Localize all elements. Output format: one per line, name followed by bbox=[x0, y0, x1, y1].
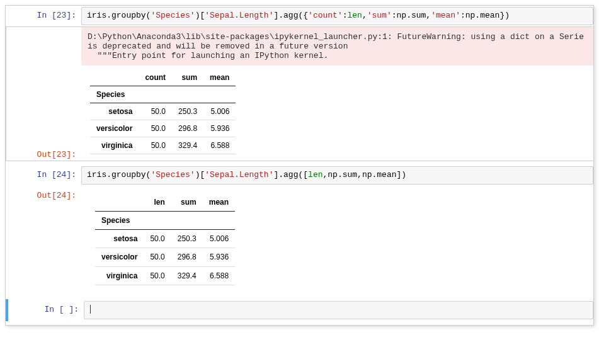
code-token: iris.groupby( bbox=[87, 170, 151, 179]
code-token: :np.mean}) bbox=[460, 11, 510, 20]
in-prompt-label: In [24]: bbox=[37, 170, 76, 179]
cell-value: 329.4 bbox=[172, 137, 203, 154]
col-header: sum bbox=[171, 193, 203, 212]
code-token: 'mean' bbox=[431, 11, 460, 20]
code-token: 'sum' bbox=[367, 11, 392, 20]
code-cell-empty-selected[interactable]: In [ ]: bbox=[6, 299, 593, 321]
cell-value: 50.0 bbox=[139, 103, 172, 120]
code-cell-24: In [24]: iris.groupby('Species')['Sepal.… bbox=[6, 165, 593, 186]
code-token: ,np.sum,np.mean]) bbox=[322, 170, 406, 179]
cell-value: 5.006 bbox=[203, 103, 236, 120]
cell-value: 6.588 bbox=[203, 266, 235, 285]
cell-value: 50.0 bbox=[144, 266, 171, 285]
row-index: versicolor bbox=[90, 120, 139, 137]
code-token: iris.groupby( bbox=[87, 11, 151, 20]
in-prompt-23: In [23]: bbox=[6, 7, 81, 25]
code-token: ].agg({ bbox=[273, 11, 308, 20]
out-prompt-23: Out[23]: bbox=[6, 26, 81, 161]
cursor-icon bbox=[90, 305, 91, 314]
code-token: 'Sepal.Length' bbox=[205, 170, 273, 179]
notebook-container: In [23]: iris.groupby('Species')['Sepal.… bbox=[5, 5, 594, 326]
col-header: mean bbox=[203, 69, 236, 86]
cell-value: 296.8 bbox=[171, 248, 203, 266]
cell-value: 50.0 bbox=[144, 248, 171, 266]
code-token: 'Species' bbox=[151, 170, 195, 179]
row-index: virginica bbox=[90, 137, 139, 154]
in-prompt-24: In [24]: bbox=[6, 166, 81, 185]
cell-value: 5.006 bbox=[203, 230, 235, 248]
output-block-23: Out[23]: D:\Python\Anaconda3\lib\site-pa… bbox=[6, 26, 593, 161]
col-header: count bbox=[139, 69, 172, 86]
row-index: setosa bbox=[95, 230, 144, 248]
out-prompt-label: Out[23]: bbox=[37, 150, 76, 159]
in-prompt-empty: In [ ]: bbox=[8, 301, 84, 319]
code-input-23[interactable]: iris.groupby('Species')['Sepal.Length'].… bbox=[81, 7, 593, 25]
code-token: len bbox=[348, 11, 362, 20]
code-token: 'Species' bbox=[151, 11, 195, 20]
in-prompt-label: In [23]: bbox=[37, 11, 76, 20]
col-header: mean bbox=[203, 193, 235, 212]
cell-value: 50.0 bbox=[144, 230, 171, 248]
code-cell-23: In [23]: iris.groupby('Species')['Sepal.… bbox=[6, 6, 593, 26]
table-row: versicolor 50.0 296.8 5.936 bbox=[90, 120, 236, 137]
code-token: 'Sepal.Length' bbox=[205, 11, 273, 20]
cell-value: 50.0 bbox=[139, 137, 172, 154]
out-prompt-24: Out[24]: bbox=[6, 187, 81, 294]
code-input-24[interactable]: iris.groupby('Species')['Sepal.Length'].… bbox=[81, 166, 593, 185]
out-prompt-label: Out[24]: bbox=[37, 191, 76, 200]
cell-value: 296.8 bbox=[172, 120, 203, 137]
code-token: , bbox=[362, 11, 367, 20]
in-prompt-label: In [ ]: bbox=[44, 305, 79, 314]
row-index: versicolor bbox=[95, 248, 144, 266]
index-name: Species bbox=[95, 211, 144, 229]
output-content-24: len sum mean Species setosa 50.0 250.3 5… bbox=[81, 187, 593, 294]
code-token: len bbox=[308, 170, 322, 179]
table-row: setosa 50.0 250.3 5.006 bbox=[90, 103, 236, 120]
dataframe-output-24: len sum mean Species setosa 50.0 250.3 5… bbox=[95, 193, 235, 285]
warning-output: D:\Python\Anaconda3\lib\site-packages\ip… bbox=[81, 27, 593, 65]
row-index: virginica bbox=[95, 266, 144, 285]
code-input-empty[interactable] bbox=[84, 301, 593, 319]
dataframe-output-23: count sum mean Species setosa 50.0 250.3 bbox=[90, 69, 236, 154]
col-header: len bbox=[144, 193, 171, 212]
row-index: setosa bbox=[90, 103, 139, 120]
cell-value: 250.3 bbox=[172, 103, 203, 120]
cell-value: 5.936 bbox=[203, 120, 236, 137]
code-token: )[ bbox=[195, 11, 205, 20]
code-token: 'count' bbox=[308, 11, 343, 20]
table-row: virginica 50.0 329.4 6.588 bbox=[90, 137, 236, 154]
table-row: versicolor 50.0 296.8 5.936 bbox=[95, 248, 235, 266]
cell-value: 329.4 bbox=[171, 266, 203, 285]
index-name: Species bbox=[90, 86, 139, 103]
code-token: :np.sum, bbox=[392, 11, 431, 20]
output-block-24: Out[24]: len sum mean Species bbox=[6, 186, 593, 295]
code-token: )[ bbox=[195, 170, 205, 179]
cell-value: 50.0 bbox=[139, 120, 172, 137]
table-row: virginica 50.0 329.4 6.588 bbox=[95, 266, 235, 285]
cell-value: 250.3 bbox=[171, 230, 203, 248]
cell-value: 5.936 bbox=[203, 248, 235, 266]
code-token: : bbox=[343, 11, 348, 20]
output-content-23: D:\Python\Anaconda3\lib\site-packages\ip… bbox=[81, 26, 593, 161]
cell-value: 6.588 bbox=[203, 137, 236, 154]
code-token: ].agg([ bbox=[273, 170, 308, 179]
table-row: setosa 50.0 250.3 5.006 bbox=[95, 230, 235, 248]
col-header: sum bbox=[172, 69, 203, 86]
